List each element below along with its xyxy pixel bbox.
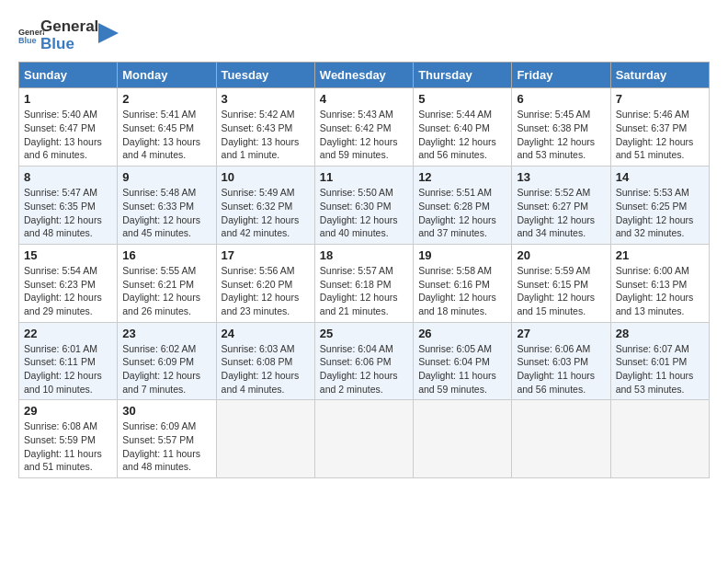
day-number: 12 [418,170,506,184]
day-info: Sunrise: 5:57 AMSunset: 6:18 PMDaylight:… [320,264,408,318]
day-number: 6 [517,92,605,106]
day-number: 3 [222,92,310,106]
table-row: 9Sunrise: 5:48 AMSunset: 6:33 PMDaylight… [118,167,216,245]
day-info: Sunrise: 5:41 AMSunset: 6:45 PMDaylight:… [122,108,210,162]
day-number: 2 [122,92,210,106]
day-number: 28 [616,327,704,340]
day-number: 20 [517,248,605,262]
weekday-header-saturday: Saturday [610,63,709,88]
day-info: Sunrise: 5:44 AMSunset: 6:40 PMDaylight:… [418,108,506,162]
calendar-week-5: 29Sunrise: 6:08 AMSunset: 5:59 PMDayligh… [19,400,710,478]
weekday-header-monday: Monday [118,63,216,88]
day-number: 26 [418,327,506,340]
day-number: 23 [122,327,210,340]
table-row: 12Sunrise: 5:51 AMSunset: 6:28 PMDayligh… [414,167,512,245]
table-row: 5Sunrise: 5:44 AMSunset: 6:40 PMDaylight… [414,88,512,167]
calendar-week-1: 1Sunrise: 5:40 AMSunset: 6:47 PMDaylight… [19,88,710,167]
table-row: 27Sunrise: 6:06 AMSunset: 6:03 PMDayligh… [512,322,610,400]
table-row: 6Sunrise: 5:45 AMSunset: 6:38 PMDaylight… [512,88,610,167]
svg-text:Blue: Blue [18,36,37,45]
day-number: 13 [517,170,605,184]
table-row: 29Sunrise: 6:08 AMSunset: 5:59 PMDayligh… [19,400,118,478]
day-number: 7 [616,92,704,106]
day-number: 22 [24,327,112,340]
page-header: General Blue General Blue [18,18,710,52]
day-info: Sunrise: 5:53 AMSunset: 6:25 PMDaylight:… [616,186,704,240]
day-number: 9 [122,170,210,184]
table-row [414,400,512,478]
table-row: 3Sunrise: 5:42 AMSunset: 6:43 PMDaylight… [216,88,314,167]
table-row: 20Sunrise: 5:59 AMSunset: 6:15 PMDayligh… [512,244,610,322]
day-number: 24 [222,327,310,340]
table-row: 4Sunrise: 5:43 AMSunset: 6:42 PMDaylight… [314,88,413,167]
day-number: 11 [320,170,408,184]
day-number: 5 [418,92,506,106]
weekday-header-thursday: Thursday [414,63,512,88]
table-row: 11Sunrise: 5:50 AMSunset: 6:30 PMDayligh… [314,167,413,245]
logo: General Blue General Blue [18,18,119,52]
table-row: 1Sunrise: 5:40 AMSunset: 6:47 PMDaylight… [19,88,118,167]
day-number: 16 [122,248,210,262]
day-number: 25 [320,327,408,340]
day-info: Sunrise: 5:52 AMSunset: 6:27 PMDaylight:… [517,186,605,240]
day-number: 21 [616,248,704,262]
table-row: 25Sunrise: 6:04 AMSunset: 6:06 PMDayligh… [314,322,413,400]
day-info: Sunrise: 6:04 AMSunset: 6:06 PMDaylight:… [320,342,408,396]
table-row: 16Sunrise: 5:55 AMSunset: 6:21 PMDayligh… [118,244,216,322]
day-number: 14 [616,170,704,184]
table-row: 22Sunrise: 6:01 AMSunset: 6:11 PMDayligh… [19,322,118,400]
table-row: 8Sunrise: 5:47 AMSunset: 6:35 PMDaylight… [19,167,118,245]
table-row: 26Sunrise: 6:05 AMSunset: 6:04 PMDayligh… [414,322,512,400]
day-info: Sunrise: 6:07 AMSunset: 6:01 PMDaylight:… [616,342,704,396]
calendar-week-4: 22Sunrise: 6:01 AMSunset: 6:11 PMDayligh… [19,322,710,400]
table-row [216,400,314,478]
weekday-header-wednesday: Wednesday [314,63,413,88]
day-number: 1 [24,92,112,106]
day-info: Sunrise: 5:50 AMSunset: 6:30 PMDaylight:… [320,186,408,240]
calendar-week-3: 15Sunrise: 5:54 AMSunset: 6:23 PMDayligh… [19,244,710,322]
table-row: 15Sunrise: 5:54 AMSunset: 6:23 PMDayligh… [19,244,118,322]
day-info: Sunrise: 5:45 AMSunset: 6:38 PMDaylight:… [517,108,605,162]
day-info: Sunrise: 6:05 AMSunset: 6:04 PMDaylight:… [418,342,506,396]
logo-blue: Blue [40,36,98,53]
day-info: Sunrise: 5:58 AMSunset: 6:16 PMDaylight:… [418,264,506,318]
day-info: Sunrise: 5:54 AMSunset: 6:23 PMDaylight:… [24,264,112,318]
table-row [610,400,709,478]
table-row: 18Sunrise: 5:57 AMSunset: 6:18 PMDayligh… [314,244,413,322]
logo-arrow-icon [98,23,119,43]
logo-general: General [40,18,98,36]
table-row: 23Sunrise: 6:02 AMSunset: 6:09 PMDayligh… [118,322,216,400]
day-number: 17 [222,248,310,262]
day-number: 29 [24,404,112,418]
calendar-table: SundayMondayTuesdayWednesdayThursdayFrid… [18,62,710,478]
weekday-header-sunday: Sunday [19,63,118,88]
day-number: 30 [122,404,210,418]
day-number: 18 [320,248,408,262]
weekday-header-friday: Friday [512,63,610,88]
day-info: Sunrise: 5:46 AMSunset: 6:37 PMDaylight:… [616,108,704,162]
day-info: Sunrise: 5:55 AMSunset: 6:21 PMDaylight:… [122,264,210,318]
table-row: 19Sunrise: 5:58 AMSunset: 6:16 PMDayligh… [414,244,512,322]
day-info: Sunrise: 6:02 AMSunset: 6:09 PMDaylight:… [122,342,210,396]
day-info: Sunrise: 5:47 AMSunset: 6:35 PMDaylight:… [24,186,112,240]
table-row: 24Sunrise: 6:03 AMSunset: 6:08 PMDayligh… [216,322,314,400]
table-row: 28Sunrise: 6:07 AMSunset: 6:01 PMDayligh… [610,322,709,400]
day-info: Sunrise: 5:42 AMSunset: 6:43 PMDaylight:… [222,108,310,162]
day-info: Sunrise: 6:03 AMSunset: 6:08 PMDaylight:… [222,342,310,396]
day-number: 4 [320,92,408,106]
table-row: 17Sunrise: 5:56 AMSunset: 6:20 PMDayligh… [216,244,314,322]
day-number: 27 [517,327,605,340]
day-info: Sunrise: 6:08 AMSunset: 5:59 PMDaylight:… [24,419,112,474]
table-row: 14Sunrise: 5:53 AMSunset: 6:25 PMDayligh… [610,167,709,245]
day-number: 10 [222,170,310,184]
table-row: 10Sunrise: 5:49 AMSunset: 6:32 PMDayligh… [216,167,314,245]
calendar-header-row: SundayMondayTuesdayWednesdayThursdayFrid… [19,63,710,88]
day-info: Sunrise: 6:09 AMSunset: 5:57 PMDaylight:… [122,419,210,474]
svg-marker-3 [98,23,119,43]
calendar-week-2: 8Sunrise: 5:47 AMSunset: 6:35 PMDaylight… [19,167,710,245]
day-info: Sunrise: 5:51 AMSunset: 6:28 PMDaylight:… [418,186,506,240]
table-row [512,400,610,478]
day-info: Sunrise: 5:49 AMSunset: 6:32 PMDaylight:… [222,186,310,240]
day-info: Sunrise: 5:59 AMSunset: 6:15 PMDaylight:… [517,264,605,318]
day-info: Sunrise: 5:40 AMSunset: 6:47 PMDaylight:… [24,108,112,162]
